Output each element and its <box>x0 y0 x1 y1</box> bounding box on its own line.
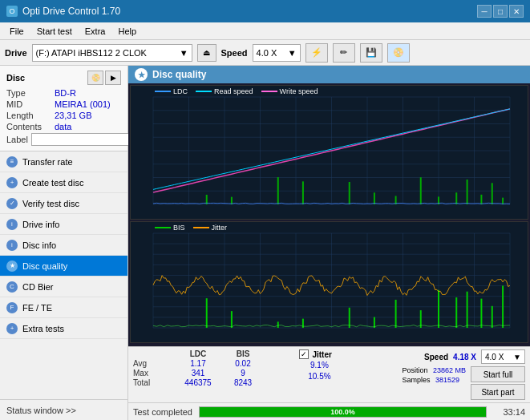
fe-te-icon: F <box>6 302 18 313</box>
disc-icon-btn-1[interactable]: 📀 <box>87 71 103 85</box>
minimize-button[interactable]: ─ <box>477 5 492 18</box>
menu-bar: File Start test Extra Help <box>0 22 530 40</box>
position-row: Position 23862 MB <box>402 366 466 374</box>
stats-max-bis: 9 <box>223 369 263 378</box>
speed-stat-label: Speed <box>424 353 448 361</box>
progress-bar-fill: 100.0% <box>200 407 486 417</box>
disc-contents-label: Contents <box>6 122 55 131</box>
position-label: Position <box>402 366 427 374</box>
menu-start-test[interactable]: Start test <box>30 25 79 38</box>
disc-type-value: BD-R <box>55 88 76 98</box>
disc-icons: 📀 ▶ <box>87 71 121 85</box>
sidebar-item-label-create-test-disc: Create test disc <box>22 178 83 188</box>
legend-read-speed: Read speed <box>196 87 253 95</box>
cd-bier-icon: C <box>6 281 18 293</box>
status-window-label: Status window >> <box>6 406 76 415</box>
disc-icon-btn-2[interactable]: ▶ <box>105 71 121 85</box>
disc-mid-row: MID MEIRA1 (001) <box>6 99 121 109</box>
drive-label: Drive <box>5 48 27 58</box>
disc-contents-value: data <box>55 122 71 131</box>
legend-write-color <box>261 91 277 92</box>
toolbar-btn-2[interactable]: ✏ <box>333 43 355 63</box>
disc-length-label: Length <box>6 111 55 120</box>
stats-max-row: Max 341 9 <box>133 369 293 378</box>
samples-value: 381529 <box>435 376 459 384</box>
close-button[interactable]: ✕ <box>509 5 524 18</box>
progress-pct-text: 100.0% <box>330 408 355 416</box>
disc-label-row: Label ⚙ <box>6 133 121 146</box>
menu-help[interactable]: Help <box>111 25 143 38</box>
start-part-button[interactable]: Start part <box>471 384 525 400</box>
sidebar-item-disc-quality[interactable]: ★ Disc quality <box>0 256 127 277</box>
legend-read-color <box>196 91 212 92</box>
progress-time: 33:14 <box>493 407 525 417</box>
speed-stat-select-value: 4.0 X <box>485 353 504 361</box>
legend-write-label: Write speed <box>280 87 318 95</box>
samples-label: Samples <box>402 376 430 384</box>
disc-label-input[interactable] <box>31 133 138 146</box>
title-bar-controls: ─ □ ✕ <box>477 5 524 18</box>
transfer-rate-icon: ≡ <box>6 156 18 168</box>
sidebar-item-label-transfer-rate: Transfer rate <box>22 157 73 167</box>
app-icon: O <box>6 6 18 17</box>
sidebar-item-verify-test-disc[interactable]: ✓ Verify test disc <box>0 193 127 214</box>
disc-panel-header: Disc 📀 ▶ <box>6 71 121 85</box>
chart2-legend: BIS Jitter <box>155 224 227 232</box>
create-test-disc-icon: + <box>6 177 18 188</box>
content-panel: ★ Disc quality LDC Read speed <box>128 66 530 420</box>
title-bar-left: O Opti Drive Control 1.70 <box>6 6 120 17</box>
disc-info-panel: Disc 📀 ▶ Type BD-R MID MEIRA1 (001) Leng… <box>0 66 127 151</box>
samples-row: Samples 381529 <box>402 376 466 384</box>
sidebar-item-extra-tests[interactable]: + Extra tests <box>0 318 127 339</box>
eject-button[interactable]: ⏏ <box>197 44 216 62</box>
sidebar-item-transfer-rate[interactable]: ≡ Transfer rate <box>0 151 127 172</box>
legend-bis-color <box>155 227 171 228</box>
status-window-button[interactable]: Status window >> <box>0 399 127 420</box>
stats-total-label: Total <box>133 378 173 387</box>
speed-row: Speed 4.18 X 4.0 X ▼ <box>424 349 525 364</box>
sidebar-item-drive-info[interactable]: i Drive info <box>0 214 127 235</box>
quality-icon: ★ <box>135 68 148 81</box>
disc-mid-label: MID <box>6 99 55 109</box>
speed-stat-select[interactable]: 4.0 X ▼ <box>481 349 525 364</box>
sidebar-item-fe-te[interactable]: F FE / TE <box>0 297 127 318</box>
start-full-button[interactable]: Start full <box>471 366 525 382</box>
chart2-canvas <box>131 222 528 342</box>
stats-table: LDC BIS Avg 1.17 0.02 Max 341 9 Total 44… <box>133 349 293 388</box>
status-text: Test completed <box>133 407 192 417</box>
stats-avg-label: Avg <box>133 359 173 368</box>
sidebar-item-cd-bier[interactable]: C CD Bier <box>0 277 127 297</box>
chart-bis: BIS Jitter 109876 54321 20%16%12%8%4% <box>130 221 528 343</box>
legend-ldc: LDC <box>155 87 188 95</box>
quality-header: ★ Disc quality <box>128 66 530 83</box>
drive-info-icon: i <box>6 219 18 230</box>
sidebar-item-create-test-disc[interactable]: + Create test disc <box>0 172 127 193</box>
toolbar-btn-1[interactable]: ⚡ <box>305 43 328 63</box>
progress-area: Test completed 100.0% 33:14 <box>128 402 530 420</box>
sidebar-item-label-fe-te: FE / TE <box>22 303 52 313</box>
toolbar-btn-3[interactable]: 💾 <box>360 43 382 63</box>
menu-extra[interactable]: Extra <box>79 25 112 38</box>
stats-avg-ldc: 1.17 <box>178 359 218 368</box>
maximize-button[interactable]: □ <box>493 5 508 18</box>
stats-max-label: Max <box>133 369 173 378</box>
legend-read-label: Read speed <box>214 87 253 95</box>
action-buttons: Start full Start part <box>471 366 525 400</box>
jitter-checkbox[interactable]: ✓ <box>299 349 309 359</box>
disc-contents-row: Contents data <box>6 122 121 131</box>
sidebar-item-label-verify-test-disc: Verify test disc <box>22 199 79 208</box>
speed-select[interactable]: 4.0 X ▼ <box>253 44 301 62</box>
sidebar-item-disc-info[interactable]: i Disc info <box>0 235 127 256</box>
jitter-avg: 9.1% <box>299 361 339 370</box>
drive-select[interactable]: (F:) ATAPI iHBS112 2 CLOK ▼ <box>32 44 192 62</box>
stats-avg-row: Avg 1.17 0.02 <box>133 359 293 368</box>
app-title: Opti Drive Control 1.70 <box>22 6 120 17</box>
toolbar-btn-4[interactable]: 📀 <box>387 43 410 63</box>
drive-dropdown-icon: ▼ <box>180 48 188 58</box>
legend-jitter-color <box>193 227 209 228</box>
sidebar-item-label-cd-bier: CD Bier <box>22 282 54 292</box>
legend-jitter: Jitter <box>193 224 228 232</box>
menu-file[interactable]: File <box>3 25 30 38</box>
disc-length-value: 23,31 GB <box>55 111 91 120</box>
jitter-max: 10.5% <box>299 372 339 381</box>
